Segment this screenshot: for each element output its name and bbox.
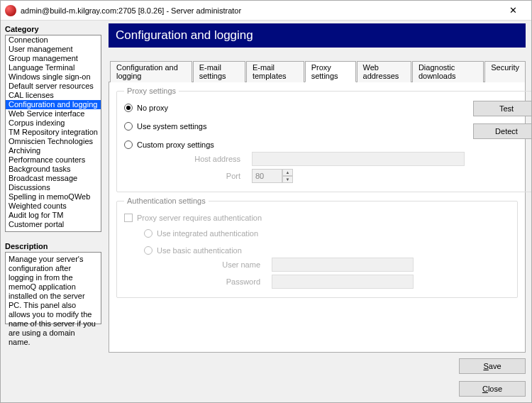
radio-no-proxy[interactable]: No proxy: [124, 104, 465, 112]
category-item[interactable]: Broadcast message: [6, 174, 101, 183]
host-address-label: Host address: [124, 155, 252, 163]
tab[interactable]: Diagnostic downloads: [412, 61, 484, 82]
title-bar: admin@build-m.kilgray.com:2705 [8.0.26] …: [1, 1, 531, 21]
checkbox-requires-auth[interactable]: Proxy server requires authentication: [124, 214, 510, 222]
detect-button[interactable]: Detect: [473, 123, 532, 139]
footer: Save: [109, 353, 526, 374]
tab[interactable]: Security: [484, 61, 526, 82]
close-button[interactable]: Close: [459, 381, 526, 397]
radio-basic-auth[interactable]: Use basic authentication: [144, 246, 510, 255]
auth-settings-legend: Authentication settings: [124, 197, 209, 205]
save-button[interactable]: Save: [459, 358, 526, 374]
close-icon[interactable]: ✕: [499, 5, 527, 16]
password-input[interactable]: [272, 275, 414, 289]
port-step-up[interactable]: ▲: [282, 169, 293, 176]
radio-integrated-auth[interactable]: Use integrated authentication: [144, 229, 510, 238]
category-item[interactable]: Performance counters: [6, 155, 101, 165]
category-item[interactable]: CAL licenses: [6, 91, 101, 100]
category-label: Category: [5, 25, 101, 33]
page-heading: Configuration and logging: [109, 23, 526, 48]
panel-area: Configuration and loggingE-mail settings…: [109, 48, 526, 353]
host-address-input[interactable]: [252, 152, 465, 166]
proxy-settings-legend: Proxy settings: [124, 87, 179, 95]
category-item[interactable]: Default server resources: [6, 82, 101, 91]
category-item[interactable]: Group management: [6, 54, 101, 63]
auth-settings-group: Authentication settings Proxy server req…: [116, 197, 518, 298]
app-icon: [5, 5, 16, 16]
window-title: admin@build-m.kilgray.com:2705 [8.0.26] …: [21, 6, 499, 15]
tab[interactable]: Configuration and logging: [110, 61, 192, 82]
port-label: Port: [124, 172, 252, 180]
category-item[interactable]: Weighted counts: [6, 202, 101, 211]
category-item[interactable]: Omniscien Technologies: [6, 137, 101, 146]
tab[interactable]: E-mail settings: [193, 61, 245, 82]
content: Configuration and logging Configuration …: [106, 21, 531, 402]
footer2: Close: [109, 374, 526, 397]
test-button[interactable]: Test: [473, 101, 532, 116]
radio-custom-proxy[interactable]: Custom proxy settings: [124, 140, 465, 149]
category-item[interactable]: Customer portal: [6, 220, 101, 229]
category-item[interactable]: Audit log for TM: [6, 211, 101, 220]
category-item[interactable]: Configuration and logging: [6, 100, 101, 109]
tab[interactable]: Proxy settings: [305, 61, 356, 82]
main-area: Category ConnectionUser managementGroup …: [1, 21, 531, 402]
category-item[interactable]: Corpus indexing: [6, 118, 101, 128]
category-item[interactable]: Web Service interface: [6, 109, 101, 118]
category-item[interactable]: Windows single sign-on: [6, 72, 101, 82]
username-input[interactable]: [272, 258, 414, 272]
category-item[interactable]: Language Terminal: [6, 63, 101, 72]
description-label: Description: [5, 242, 101, 250]
category-item[interactable]: Discussions: [6, 183, 101, 192]
radio-system-settings[interactable]: Use system settings: [124, 122, 465, 131]
category-list[interactable]: ConnectionUser managementGroup managemen…: [5, 35, 101, 232]
password-label: Password: [144, 277, 272, 286]
category-item[interactable]: User management: [6, 45, 101, 54]
category-item[interactable]: Archiving: [6, 146, 101, 155]
tab[interactable]: Web addresses: [357, 61, 411, 82]
username-label: User name: [144, 260, 272, 269]
category-item[interactable]: Background tasks: [6, 165, 101, 174]
sidebar: Category ConnectionUser managementGroup …: [1, 21, 106, 402]
category-item[interactable]: Connection: [6, 35, 101, 45]
description-box: Manage your server's configuration after…: [5, 252, 101, 324]
tab-body-proxy: Proxy settings No proxy Use system setti…: [109, 82, 526, 353]
tab-strip: Configuration and loggingE-mail settings…: [109, 60, 526, 82]
port-step-down[interactable]: ▼: [282, 176, 293, 183]
category-item[interactable]: TM Repository integration: [6, 128, 101, 137]
tab[interactable]: E-mail templates: [246, 61, 304, 82]
port-input[interactable]: 80 ▲ ▼: [252, 169, 293, 183]
proxy-settings-group: Proxy settings No proxy Use system setti…: [116, 87, 532, 192]
category-item[interactable]: Spelling in memoQWeb: [6, 192, 101, 202]
